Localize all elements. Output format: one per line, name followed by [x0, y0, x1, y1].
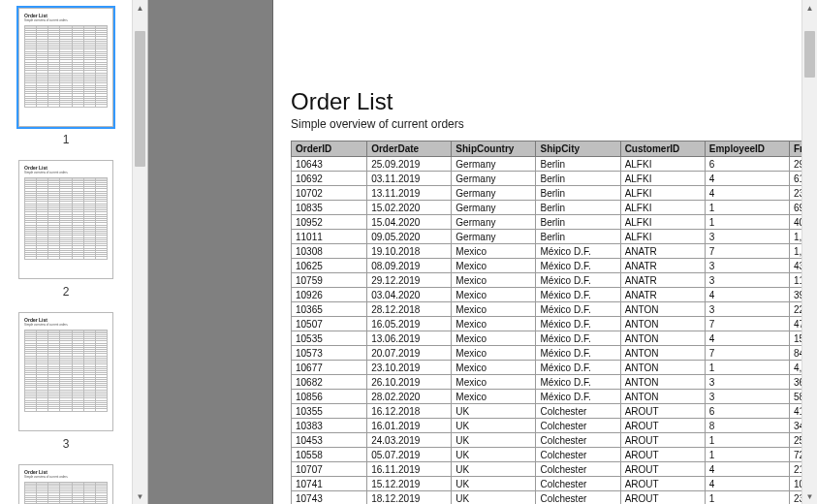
table-cell: 10707 — [292, 462, 367, 477]
table-cell: 1 — [705, 201, 789, 215]
document-scroll-area[interactable]: Order List Simple overview of current or… — [148, 0, 817, 504]
table-cell: Mexico — [452, 259, 536, 273]
thumbnail-item[interactable]: Order ListSimple overview of current ord… — [18, 160, 113, 299]
table-cell: AROUT — [620, 448, 705, 462]
table-cell: 10692 — [292, 172, 367, 186]
thumbnail-label: 3 — [63, 437, 70, 451]
table-cell: 10453 — [292, 433, 367, 448]
table-cell: Mexico — [452, 288, 536, 302]
table-cell: 7 — [705, 244, 789, 259]
table-row: 1053513.06.2019MexicoMéxico D.F.ANTON415… — [292, 331, 818, 346]
table-cell: 16.12.2018 — [367, 404, 452, 419]
document-scrollbar[interactable]: ▲ ▼ — [801, 0, 817, 504]
table-cell: 28.12.2018 — [367, 302, 452, 317]
scroll-down-icon[interactable]: ▼ — [802, 488, 817, 504]
table-cell: 3 — [705, 390, 789, 404]
app-root: Order ListSimple overview of current ord… — [0, 0, 817, 504]
scroll-up-icon[interactable]: ▲ — [802, 0, 817, 16]
table-header-row: OrderIDOrderDateShipCountryShipCityCusto… — [292, 142, 818, 157]
scrollbar-thumb[interactable] — [804, 31, 815, 78]
thumbnail-page[interactable]: Order ListSimple overview of current ord… — [18, 160, 113, 279]
thumbnail-item[interactable]: Order ListSimple overview of current ord… — [18, 464, 113, 504]
table-cell: 10682 — [292, 375, 367, 390]
table-cell: Berlin — [536, 157, 620, 172]
table-cell: AROUT — [620, 491, 705, 505]
table-cell: Mexico — [452, 244, 536, 259]
scrollbar-thumb[interactable] — [135, 31, 145, 167]
order-table: OrderIDOrderDateShipCountryShipCityCusto… — [291, 141, 817, 504]
table-row: 1070716.11.2019UKColchesterAROUT421,74 — [292, 462, 818, 477]
table-cell: 4 — [705, 331, 789, 346]
thumbnail-page[interactable]: Order ListSimple overview of current ord… — [18, 312, 113, 431]
document-pane: Order List Simple overview of current or… — [148, 0, 817, 504]
thumbnail-item[interactable]: Order ListSimple overview of current ord… — [18, 312, 113, 451]
scrollbar-track[interactable] — [802, 16, 817, 488]
table-cell: México D.F. — [536, 331, 620, 346]
table-cell: Colchester — [536, 448, 620, 462]
table-cell: 7 — [705, 346, 789, 361]
table-row: 1036528.12.2018MexicoMéxico D.F.ANTON322… — [292, 302, 818, 317]
table-row: 1074318.12.2019UKColchesterAROUT123,72 — [292, 491, 818, 505]
table-cell: AROUT — [620, 404, 705, 419]
table-cell: ANATR — [620, 288, 705, 302]
thumbnails-scrollbar[interactable]: ▲ ▼ — [132, 0, 147, 504]
table-cell: Mexico — [452, 302, 536, 317]
thumbnail-page[interactable]: Order ListSimple overview of current ord… — [18, 8, 113, 127]
table-cell: UK — [452, 404, 536, 419]
table-row: 1067723.10.2019MexicoMéxico D.F.ANTON14,… — [292, 361, 818, 375]
table-cell: 25.09.2019 — [367, 157, 452, 172]
table-cell: 10835 — [292, 201, 367, 215]
table-cell: México D.F. — [536, 375, 620, 390]
table-cell: 10625 — [292, 259, 367, 273]
table-cell: México D.F. — [536, 317, 620, 331]
table-cell: México D.F. — [536, 244, 620, 259]
table-cell: 16.01.2019 — [367, 419, 452, 433]
table-cell: México D.F. — [536, 302, 620, 317]
table-cell: 10759 — [292, 273, 367, 288]
table-cell: 1 — [705, 361, 789, 375]
table-row: 1069203.11.2019GermanyBerlinALFKI461,02 — [292, 172, 818, 186]
table-cell: 11011 — [292, 230, 367, 244]
table-cell: 3 — [705, 375, 789, 390]
table-cell: 05.07.2019 — [367, 448, 452, 462]
table-cell: 15.12.2019 — [367, 477, 452, 491]
table-cell: 28.02.2020 — [367, 390, 452, 404]
table-cell: ALFKI — [620, 201, 705, 215]
column-header: ShipCountry — [452, 142, 536, 157]
column-header: OrderID — [292, 142, 367, 157]
table-cell: 16.05.2019 — [367, 317, 452, 331]
table-cell: Mexico — [452, 346, 536, 361]
table-row: 1064325.09.2019GermanyBerlinALFKI629,46 — [292, 157, 818, 172]
table-cell: 16.11.2019 — [367, 462, 452, 477]
table-cell: Berlin — [536, 215, 620, 230]
table-cell: UK — [452, 448, 536, 462]
table-cell: AROUT — [620, 462, 705, 477]
table-row: 1045324.03.2019UKColchesterAROUT125,36 — [292, 433, 818, 448]
table-cell: ANTON — [620, 375, 705, 390]
table-cell: 10743 — [292, 491, 367, 505]
table-row: 1057320.07.2019MexicoMéxico D.F.ANTON784… — [292, 346, 818, 361]
table-row: 1030819.10.2018MexicoMéxico D.F.ANATR71,… — [292, 244, 818, 259]
table-body: 1064325.09.2019GermanyBerlinALFKI629,461… — [292, 157, 818, 505]
table-cell: 10952 — [292, 215, 367, 230]
table-cell: 10355 — [292, 404, 367, 419]
column-header: CustomerID — [620, 142, 705, 157]
thumbnail-item[interactable]: Order ListSimple overview of current ord… — [18, 8, 113, 146]
table-cell: 4 — [705, 477, 789, 491]
table-cell: 08.09.2019 — [367, 259, 452, 273]
scroll-down-icon[interactable]: ▼ — [133, 488, 147, 504]
table-row: 1070213.11.2019GermanyBerlinALFKI423,94 — [292, 186, 818, 201]
table-cell: 29.12.2019 — [367, 273, 452, 288]
table-row: 1055805.07.2019UKColchesterAROUT172,97 — [292, 448, 818, 462]
table-cell: Mexico — [452, 390, 536, 404]
table-cell: 10383 — [292, 419, 367, 433]
table-cell: ANTON — [620, 361, 705, 375]
table-cell: ANTON — [620, 331, 705, 346]
table-cell: Berlin — [536, 201, 620, 215]
thumbnail-page[interactable]: Order ListSimple overview of current ord… — [18, 464, 113, 504]
table-cell: Colchester — [536, 491, 620, 505]
scroll-up-icon[interactable]: ▲ — [133, 0, 147, 16]
table-row: 1101109.05.2020GermanyBerlinALFKI31,21 — [292, 230, 818, 244]
thumbnails-pane: Order ListSimple overview of current ord… — [0, 0, 148, 504]
scrollbar-track[interactable] — [133, 16, 147, 488]
